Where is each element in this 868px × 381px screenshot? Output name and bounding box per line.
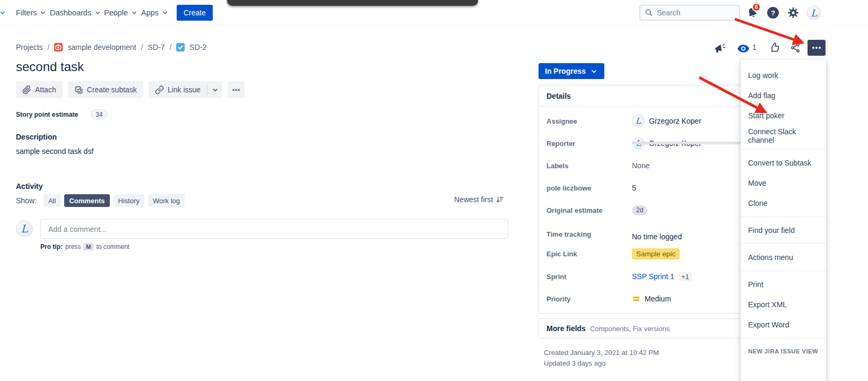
- comment-pro-tip: Pro tip: press M to comment: [40, 243, 129, 250]
- notifications-button[interactable]: 6: [746, 6, 760, 20]
- vote-button[interactable]: [769, 42, 780, 53]
- question-mark-icon: ?: [771, 9, 775, 17]
- nav-filters[interactable]: Filters: [16, 0, 47, 25]
- menu-footer-heading: NEW JIRA ISSUE VIEW: [748, 348, 818, 354]
- estimate-badge: 2d: [632, 205, 647, 215]
- user-avatar[interactable]: L: [806, 5, 821, 20]
- menu-item-add-flag[interactable]: Add flag: [741, 85, 826, 106]
- help-button[interactable]: ?: [767, 7, 779, 19]
- notification-count-badge: 6: [752, 3, 761, 12]
- watch-button[interactable]: [737, 45, 749, 53]
- issue-actions-dropdown: Log work Add flag Start poker Connect Sl…: [741, 59, 826, 381]
- link-issue-button[interactable]: Link issue: [149, 81, 207, 98]
- keyboard-shortcut-m: M: [83, 243, 93, 250]
- global-search[interactable]: [639, 5, 740, 21]
- settings-button[interactable]: [787, 7, 799, 19]
- number-field-label: pole liczbowe: [546, 184, 632, 192]
- menu-item-actions-menu[interactable]: Actions menu .: [741, 247, 826, 267]
- breadcrumb-projects[interactable]: Projects: [16, 43, 43, 51]
- search-input[interactable]: [657, 8, 731, 17]
- priority-name: Medium: [645, 295, 671, 303]
- watch-count: 1: [752, 43, 757, 51]
- menu-item-clone[interactable]: Clone: [741, 193, 826, 213]
- create-subtask-button[interactable]: Create subtask: [68, 81, 143, 98]
- labels-value[interactable]: None: [632, 161, 649, 170]
- feedback-button[interactable]: [714, 43, 726, 54]
- created-date: Created January 3, 2021 at 10:42 PM: [544, 349, 659, 357]
- avatar-letter: L: [811, 7, 817, 19]
- actions-menu-label: Actions menu: [748, 253, 793, 262]
- link-icon: [155, 85, 164, 94]
- menu-item-print[interactable]: Print: [741, 274, 826, 295]
- subtask-icon: [74, 85, 83, 94]
- priority-value[interactable]: Medium: [632, 295, 671, 303]
- link-issue-button-group: Link issue: [149, 81, 222, 98]
- share-button[interactable]: [790, 42, 801, 53]
- issue-title[interactable]: second task: [16, 59, 84, 74]
- assignee-label: Assignee: [546, 117, 632, 125]
- create-button[interactable]: Create: [177, 5, 213, 21]
- pro-tip-label: Pro tip:: [40, 243, 63, 250]
- current-user-avatar: L: [16, 220, 33, 237]
- epic-link-value[interactable]: Sample epic: [632, 248, 680, 259]
- sort-order-button[interactable]: Newest first: [454, 195, 504, 204]
- nav-dashboards[interactable]: Dashboards: [50, 0, 101, 25]
- menu-item-convert-to-subtask[interactable]: Convert to Subtask: [741, 153, 826, 173]
- number-field-value[interactable]: 5: [632, 184, 636, 192]
- status-dropdown-button[interactable]: In Progress: [539, 63, 604, 79]
- breadcrumb-separator: /: [48, 43, 50, 51]
- chevron-down-icon: [131, 9, 138, 16]
- menu-divider: [741, 149, 826, 150]
- nav-apps[interactable]: Apps: [141, 0, 169, 25]
- tab-all[interactable]: All: [44, 194, 60, 207]
- menu-item-connect-slack[interactable]: Connect Slack channel: [741, 126, 826, 146]
- chevron-down-icon: [590, 67, 598, 75]
- epic-badge[interactable]: Sample epic: [632, 248, 680, 259]
- menu-item-export-xml[interactable]: Export XML: [741, 295, 826, 315]
- menu-item-start-poker[interactable]: Start poker: [741, 106, 826, 126]
- original-estimate-label: Original estimate: [546, 206, 632, 214]
- more-actions-button[interactable]: [228, 81, 245, 98]
- priority-medium-icon: [632, 295, 640, 303]
- tab-history[interactable]: History: [114, 194, 144, 207]
- menu-divider: [741, 338, 826, 339]
- story-point-value-badge[interactable]: 34: [91, 109, 107, 119]
- issue-actions-menu-button[interactable]: [808, 40, 826, 56]
- attach-button[interactable]: Attach: [16, 81, 63, 98]
- original-estimate-value[interactable]: 2d: [632, 205, 647, 215]
- sprint-link[interactable]: SSP Sprint 1: [632, 272, 674, 281]
- sprint-extra-badge[interactable]: +1: [679, 272, 692, 281]
- breadcrumb-project[interactable]: sample development: [67, 43, 136, 51]
- comment-input[interactable]: [40, 219, 508, 239]
- menu-item-find-your-field[interactable]: Find your field: [741, 220, 826, 240]
- breadcrumb-current-issue[interactable]: SD-2: [189, 43, 206, 51]
- time-tracking-value[interactable]: No time logged: [632, 232, 682, 241]
- link-issue-label: Link issue: [168, 85, 201, 94]
- quick-actions-row: Attach Create subtask Link issue: [16, 81, 245, 98]
- description-text[interactable]: sample second task dsf: [16, 147, 93, 155]
- assignee-avatar: L: [632, 115, 645, 127]
- menu-item-move[interactable]: Move: [741, 173, 826, 193]
- breadcrumb-parent-issue[interactable]: SD-7: [148, 43, 165, 51]
- link-issue-dropdown-button[interactable]: [207, 81, 222, 98]
- menu-divider: [741, 243, 826, 244]
- screen-overlay-bar: [227, 0, 478, 6]
- breadcrumb-separator: /: [169, 43, 171, 51]
- tab-worklog[interactable]: Work log: [148, 194, 185, 207]
- app-switcher-chevron-icon[interactable]: [0, 9, 6, 16]
- assignee-value[interactable]: L Grzegorz Koper: [632, 115, 701, 127]
- nav-people[interactable]: People: [104, 0, 138, 25]
- chevron-down-icon: [94, 9, 101, 16]
- pro-tip-text: to comment: [97, 243, 130, 250]
- chevron-down-icon: [39, 9, 47, 16]
- activity-filter-row: Show: All Comments History Work log: [16, 194, 185, 207]
- menu-divider: [741, 271, 826, 271]
- story-point-row: Story point estimate 34: [16, 109, 108, 119]
- gear-icon: [787, 7, 799, 19]
- activity-heading: Activity: [16, 182, 43, 190]
- menu-item-export-word[interactable]: Export Word: [741, 315, 826, 335]
- menu-item-log-work[interactable]: Log work: [741, 65, 826, 85]
- nav-dashboards-label: Dashboards: [50, 8, 91, 17]
- epic-link-label: Epic Link: [546, 250, 632, 258]
- tab-comments[interactable]: Comments: [64, 194, 109, 207]
